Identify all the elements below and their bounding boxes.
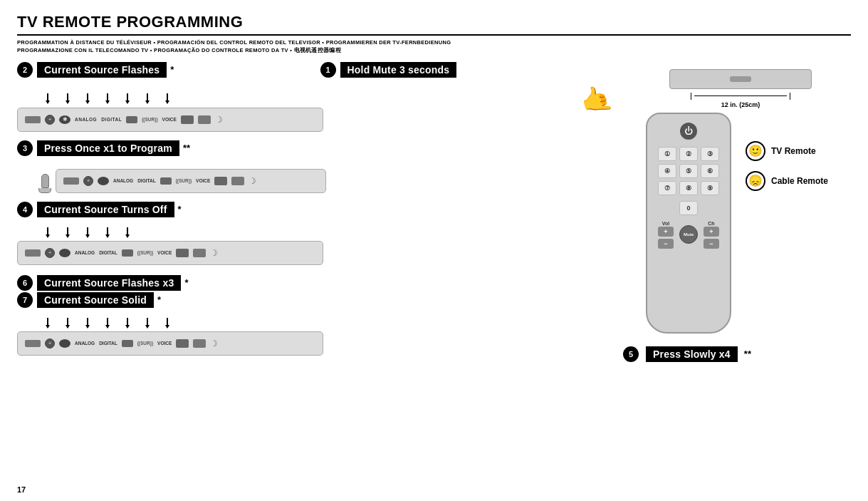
step-5-asterisk: ** [744, 348, 751, 359]
arrow-8 [46, 227, 50, 238]
step-2-circle: 2 [17, 62, 33, 78]
numpad-3[interactable]: ③ [701, 147, 719, 161]
step-7-header: 7 Current Source Solid * [17, 292, 609, 308]
step-4-arrows [17, 227, 609, 238]
power-button[interactable]: ⏻ [680, 123, 697, 140]
step-2-asterisk: * [170, 64, 174, 75]
content-area: 2 Current Source Flashes * 1 Hold Mute 3… [17, 62, 851, 362]
tv-smiley-icon: 🙂 [746, 141, 765, 161]
step-5-label: Press Slowly x4 [646, 346, 738, 362]
step-2-label: Current Source Flashes [37, 62, 167, 78]
step-3-label: Press Once x1 to Program [37, 140, 179, 156]
page-title: TV REMOTE PROGRAMMING [17, 13, 851, 36]
arrow-9 [66, 227, 70, 238]
arrow-3 [85, 93, 90, 104]
arrow-15 [85, 318, 90, 329]
step-2-header: 2 Current Source Flashes * [17, 62, 306, 78]
step-3-row: + ANALOG DIGITAL ((SUR)) VOICE ☽ [17, 166, 609, 193]
right-panel: 12 in. (25cm) ⏻ ① ② ③ ④ [623, 62, 851, 362]
step-1-block: 1 Hold Mute 3 seconds [320, 62, 610, 81]
ch-label: Ch [708, 221, 714, 226]
numpad-grid: ① ② ③ ④ ⑤ ⑥ ⑦ ⑧ ⑨ [658, 147, 719, 195]
step-67-arrows [17, 318, 609, 329]
step-4-header: 4 Current Source Turns Off * [17, 202, 609, 217]
arrow-11 [105, 227, 110, 238]
arrow-1 [46, 93, 50, 104]
step-1-header: 1 Hold Mute 3 seconds [320, 62, 610, 78]
arrow-5 [125, 93, 130, 104]
arrow-16 [105, 318, 110, 329]
finger-icon [38, 174, 51, 193]
left-panel: 2 Current Source Flashes * 1 Hold Mute 3… [17, 62, 623, 362]
ch-up-btn[interactable]: + [704, 227, 719, 237]
arrow-17 [125, 318, 130, 329]
step-1-label: Hold Mute 3 seconds [340, 62, 457, 78]
arrow-4 [105, 93, 110, 104]
arrow-7 [165, 93, 169, 104]
numpad-8[interactable]: ⑧ [679, 181, 698, 195]
step-2-block: 2 Current Source Flashes * [17, 62, 306, 81]
mute-label: Mute [684, 232, 694, 237]
mute-button[interactable]: Mute [679, 225, 698, 244]
numpad-1[interactable]: ① [658, 147, 676, 161]
remote-bar-1-row: + ✱ ANALOG DIGITAL ((SUR)) VOICE ☽ 🤙 [17, 105, 609, 132]
numpad-0[interactable]: 0 [679, 201, 698, 215]
remote-bar-2: + ANALOG DIGITAL ((SUR)) VOICE ☽ [56, 169, 326, 193]
arrow-18 [145, 318, 150, 329]
step-3-header: 3 Press Once x1 to Program ** [17, 140, 609, 156]
vol-up-btn[interactable]: + [658, 227, 674, 237]
step-6-header: 6 Current Source Flashes x3 * [17, 275, 609, 291]
cable-remote-label-item: 😞 Cable Remote [746, 171, 828, 191]
numpad-7[interactable]: ⑦ [658, 181, 676, 195]
step-6-circle: 6 [17, 275, 33, 291]
step-6-asterisk: * [184, 277, 188, 288]
step-4-block: 4 Current Source Turns Off * [17, 202, 609, 217]
numpad-9[interactable]: ⑨ [701, 181, 719, 195]
cable-remote-label: Cable Remote [771, 176, 828, 186]
power-icon: ⏻ [684, 126, 693, 136]
step-2-arrows [17, 93, 609, 104]
vol-label: Vol [662, 221, 669, 226]
step-6-label: Current Source Flashes x3 [37, 275, 181, 291]
arrow-12 [125, 227, 130, 238]
subtitle-line-1: PROGRAMMATION À DISTANCE DU TÉLÉVISEUR •… [17, 38, 851, 46]
tv-remote-label-item: 🙂 TV Remote [746, 141, 828, 161]
measurement-area: 12 in. (25cm) [684, 93, 798, 108]
numpad-4[interactable]: ④ [658, 164, 676, 178]
step-4-asterisk: * [178, 204, 182, 215]
remote-bar-4: + ANALOG DIGITAL ((SUR)) VOICE ☽ [17, 331, 323, 356]
vol-down-btn[interactable]: − [658, 239, 674, 249]
subtitle-line-2: PROGRAMMAZIONE CON IL TELECOMANDO TV • P… [17, 46, 851, 54]
ch-down-btn[interactable]: − [704, 239, 719, 249]
remote-bar-3: + ANALOG DIGITAL ((SUR)) VOICE ☽ [17, 241, 323, 265]
step-3-circle: 3 [17, 140, 33, 156]
arrow-6 [145, 93, 150, 104]
soundbar-area: 12 in. (25cm) [669, 69, 812, 113]
tv-remote-device: ⏻ ① ② ③ ④ ⑤ ⑥ ⑦ ⑧ ⑨ 0 [646, 113, 731, 334]
soundbar-illustration [669, 69, 812, 89]
vol-group: Vol + − [658, 221, 674, 249]
remote-bar-1: + ✱ ANALOG DIGITAL ((SUR)) VOICE ☽ [17, 108, 323, 132]
arrow-14 [66, 318, 70, 329]
measurement-label: 12 in. (25cm) [721, 101, 760, 108]
measurement-line [691, 93, 790, 100]
vol-ch-row: Vol + − Mute Ch + − [654, 221, 723, 249]
step-7-circle: 7 [17, 292, 33, 308]
step-3-asterisk: ** [183, 143, 190, 153]
page-number: 17 [17, 485, 26, 494]
step-5-circle: 5 [623, 346, 639, 362]
numpad-6[interactable]: ⑥ [701, 164, 719, 178]
step-4-label: Current Source Turns Off [37, 202, 174, 217]
step-5-block: 5 Press Slowly x4 ** [623, 346, 751, 362]
step-7-label: Current Source Solid [37, 292, 154, 308]
arrow-2 [66, 93, 70, 104]
numpad-2[interactable]: ② [679, 147, 698, 161]
ch-group: Ch + − [704, 221, 719, 249]
soundbar-led-group [730, 76, 751, 82]
subtitle: PROGRAMMATION À DISTANCE DU TÉLÉVISEUR •… [17, 38, 851, 55]
remote-device-row: ⏻ ① ② ③ ④ ⑤ ⑥ ⑦ ⑧ ⑨ 0 [646, 113, 828, 341]
numpad-5[interactable]: ⑤ [679, 164, 698, 178]
step-1-circle: 1 [320, 62, 336, 78]
step-3-block: 3 Press Once x1 to Program ** [17, 140, 609, 156]
step-4-circle: 4 [17, 202, 33, 217]
